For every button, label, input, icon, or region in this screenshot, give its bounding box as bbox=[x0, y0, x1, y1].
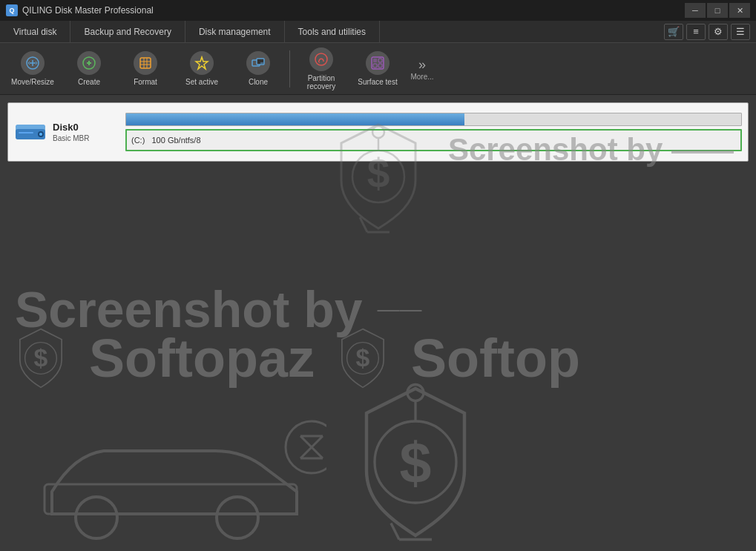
set-active-icon bbox=[190, 51, 214, 75]
window-controls: ─ □ ✕ bbox=[685, 3, 750, 18]
svg-rect-14 bbox=[373, 64, 377, 67]
more-button[interactable]: » More... bbox=[407, 46, 437, 92]
menu-bar: Virtual disk Backup and Recovery Disk ma… bbox=[0, 21, 756, 43]
create-label: Create bbox=[78, 78, 100, 86]
disk-progress-bar bbox=[125, 113, 742, 126]
disk-name: Disk0 bbox=[53, 122, 119, 133]
create-button[interactable]: Create bbox=[62, 46, 116, 92]
svg-marker-7 bbox=[196, 57, 208, 69]
disk-bar-container: (C:) 100 Gb/ntfs/8 bbox=[125, 113, 742, 151]
menu-icon-button[interactable]: ☰ bbox=[731, 24, 750, 40]
svg-rect-9 bbox=[257, 59, 264, 65]
surface-test-button[interactable]: Surface test bbox=[351, 46, 404, 92]
partition-recovery-icon bbox=[309, 47, 333, 71]
clone-button[interactable]: Clone bbox=[231, 46, 285, 92]
disk-progress-fill bbox=[126, 113, 464, 125]
more-label: More... bbox=[410, 73, 433, 81]
partition-recovery-button[interactable]: Partition recovery bbox=[295, 46, 348, 92]
app-icon: Q bbox=[6, 4, 18, 16]
restore-button[interactable]: □ bbox=[707, 3, 728, 18]
partition-recovery-label: Partition recovery bbox=[307, 74, 335, 90]
menu-icon-group: 🛒 ≡ ⚙ ☰ bbox=[658, 24, 756, 40]
svg-rect-15 bbox=[378, 64, 382, 67]
window-title: QILING Disk Master Professional bbox=[22, 5, 685, 16]
format-button[interactable]: Format bbox=[119, 46, 172, 92]
svg-rect-13 bbox=[378, 59, 382, 62]
main-content: Disk0 Basic MBR (C:) 100 Gb/ntfs/8 bbox=[0, 95, 756, 551]
drive-letter: (C:) bbox=[131, 136, 145, 145]
svg-rect-12 bbox=[373, 59, 377, 62]
close-button[interactable]: ✕ bbox=[729, 3, 750, 18]
disk-panel: Disk0 Basic MBR (C:) 100 Gb/ntfs/8 bbox=[7, 102, 749, 162]
disk-partition-bar[interactable]: (C:) 100 Gb/ntfs/8 bbox=[125, 129, 742, 151]
disk-partition-label: (C:) 100 Gb/ntfs/8 bbox=[131, 136, 201, 145]
create-icon bbox=[77, 51, 101, 75]
menu-tab-disk-mgmt[interactable]: Disk management bbox=[185, 21, 285, 42]
svg-point-19 bbox=[39, 133, 42, 136]
clone-label: Clone bbox=[249, 78, 268, 86]
svg-rect-21 bbox=[16, 125, 45, 129]
move-resize-label: Move/Resize bbox=[11, 78, 54, 86]
toolbar-separator bbox=[289, 50, 290, 88]
disk-drive-icon bbox=[14, 119, 47, 145]
surface-test-label: Surface test bbox=[358, 78, 397, 86]
toolbar: Move/Resize Create Format bbox=[0, 43, 756, 95]
menu-tab-virtual-disk[interactable]: Virtual disk bbox=[0, 21, 70, 42]
move-resize-button[interactable]: Move/Resize bbox=[6, 46, 59, 92]
clone-icon bbox=[246, 51, 270, 75]
disk-info: Disk0 Basic MBR bbox=[53, 122, 119, 142]
set-active-label: Set active bbox=[185, 78, 218, 86]
settings-icon-button[interactable]: ⚙ bbox=[709, 24, 728, 40]
svg-rect-20 bbox=[19, 132, 33, 133]
list-icon-button[interactable]: ≡ bbox=[686, 24, 706, 40]
more-arrow-icon: » bbox=[418, 57, 426, 73]
cart-icon-button[interactable]: 🛒 bbox=[664, 24, 683, 40]
set-active-button[interactable]: Set active bbox=[175, 46, 229, 92]
format-label: Format bbox=[134, 78, 157, 86]
svg-rect-2 bbox=[140, 58, 151, 68]
disk-type: Basic MBR bbox=[53, 134, 119, 142]
move-resize-icon bbox=[21, 51, 45, 75]
application-window: Q QILING Disk Master Professional ─ □ ✕ … bbox=[0, 0, 756, 551]
menu-tab-backup[interactable]: Backup and Recovery bbox=[70, 21, 185, 42]
bg-dark bbox=[0, 95, 756, 551]
title-bar: Q QILING Disk Master Professional ─ □ ✕ bbox=[0, 0, 756, 21]
format-icon bbox=[134, 51, 157, 75]
minimize-button[interactable]: ─ bbox=[685, 3, 706, 18]
surface-test-icon bbox=[366, 51, 389, 75]
menu-tab-tools[interactable]: Tools and utilities bbox=[285, 21, 380, 42]
disk-size: 100 Gb/ntfs/8 bbox=[152, 136, 201, 145]
